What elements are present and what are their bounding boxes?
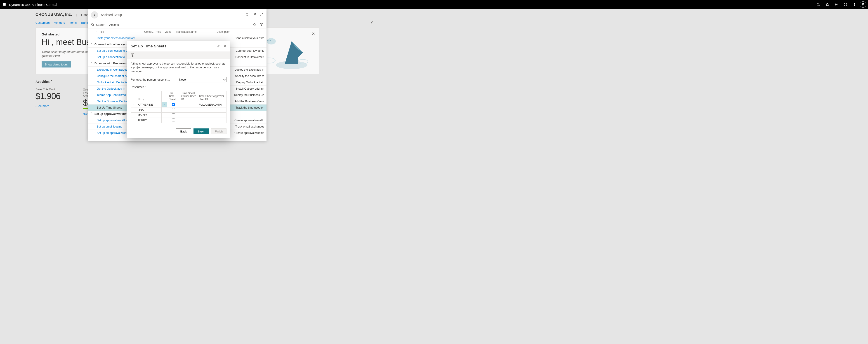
expand-icon[interactable] <box>260 13 264 17</box>
dialog-title: Set Up Time Sheets <box>131 44 166 48</box>
close-icon[interactable]: ✕ <box>223 44 226 48</box>
svg-line-1 <box>819 5 820 6</box>
kpi-sales-value[interactable]: $1,906 <box>35 92 88 101</box>
back-button[interactable]: Back <box>176 129 191 134</box>
show-demo-tours-button[interactable]: Show demo tours <box>41 61 71 68</box>
activities-header[interactable]: Activities˅ <box>35 80 88 85</box>
approver-field-label: For jobs, the person responsibl... <box>131 78 171 81</box>
use-timesheet-checkbox[interactable] <box>172 108 175 111</box>
svg-point-2 <box>845 4 846 5</box>
chevron-down-icon: ˅ <box>145 85 147 89</box>
company-name[interactable]: CRONUS USA, Inc. <box>35 12 72 17</box>
cell-owner[interactable] <box>180 113 197 118</box>
activities-section: Activities˅ Sales This Month $1,906 ›See… <box>35 80 88 108</box>
popout-icon[interactable] <box>252 13 256 17</box>
chevron-down-icon: ˅ <box>90 112 94 115</box>
cell-approver[interactable] <box>197 113 226 118</box>
table-row[interactable]: LINA <box>131 107 226 113</box>
table-row[interactable]: TERRY <box>131 118 226 123</box>
svg-point-0 <box>817 3 819 5</box>
back-button[interactable] <box>91 11 98 19</box>
svg-point-14 <box>132 54 133 56</box>
panel-title: Assisted Setup <box>101 13 122 17</box>
cell-owner[interactable] <box>180 102 197 107</box>
tab-items[interactable]: Items <box>70 21 77 24</box>
svg-point-6 <box>267 40 268 41</box>
help-icon[interactable] <box>850 0 859 9</box>
search-icon[interactable] <box>814 0 823 9</box>
use-timesheet-checkbox[interactable] <box>172 103 175 106</box>
resources-table: No. ↑ Use Time Sheet Time Sheet Owner Us… <box>131 91 226 123</box>
user-avatar[interactable]: F <box>860 1 866 8</box>
bookmark-icon[interactable] <box>245 13 249 17</box>
panel-actions-menu[interactable]: Actions <box>109 23 119 26</box>
see-more-link[interactable]: ›See more <box>35 104 88 108</box>
cell-approver[interactable]: FULLUSERADMIN <box>197 102 226 107</box>
tab-customers[interactable]: Customers <box>35 21 50 24</box>
panel-search[interactable]: Search <box>91 23 105 26</box>
cell-approver[interactable] <box>197 118 226 123</box>
app-launcher-icon[interactable] <box>0 0 9 9</box>
collapse-all-icon[interactable]: ⌃ <box>95 30 99 33</box>
dialog-toolbar <box>127 51 230 59</box>
cell-owner[interactable] <box>180 118 197 123</box>
flag-icon[interactable] <box>832 0 841 9</box>
time-sheets-dialog: Set Up Time Sheets ⤢ ✕ A time sheet appr… <box>127 41 230 138</box>
col-no[interactable]: No. ↑ <box>136 91 162 102</box>
cell-no[interactable]: KATHERINE <box>136 102 162 107</box>
cell-owner[interactable] <box>180 107 197 113</box>
filter-icon[interactable] <box>260 23 264 27</box>
share-icon[interactable] <box>252 23 256 27</box>
close-icon[interactable]: ✕ <box>312 31 315 36</box>
grid-header: ⌃ Title Compl... Help Video Translated N… <box>88 28 267 35</box>
use-timesheet-checkbox[interactable] <box>172 113 175 116</box>
kpi-sales-label: Sales This Month <box>35 88 88 91</box>
col-use[interactable]: Use Time Sheet <box>167 91 180 102</box>
chevron-down-icon: ˅ <box>51 80 52 83</box>
cell-no[interactable]: TERRY <box>136 118 162 123</box>
expand-icon[interactable]: ⤢ <box>370 20 373 24</box>
row-menu-icon[interactable]: ⋮ <box>163 103 166 106</box>
chevron-down-icon: ˅ <box>90 43 94 46</box>
table-row[interactable]: →KATHERINE⋮FULLUSERADMIN <box>131 102 226 107</box>
expand-icon[interactable]: ⤢ <box>217 44 220 48</box>
svg-point-7 <box>269 40 270 41</box>
cell-no[interactable]: LINA <box>136 107 162 113</box>
table-row[interactable]: MARTY <box>131 113 226 118</box>
approver-select[interactable]: Never <box>177 77 226 82</box>
col-owner[interactable]: Time Sheet Owner User ID <box>180 91 197 102</box>
topbar: Dynamics 365 Business Central F <box>0 0 868 9</box>
svg-point-5 <box>267 38 276 44</box>
svg-line-13 <box>93 25 94 26</box>
gear-icon[interactable] <box>841 0 850 9</box>
cell-approver[interactable] <box>197 107 226 113</box>
resources-toggle[interactable]: Resources˅ <box>131 85 226 89</box>
grid-row[interactable]: Invite your external accountantSend a li… <box>88 35 267 41</box>
use-timesheet-checkbox[interactable] <box>172 118 175 122</box>
col-approver[interactable]: Time Sheet Approver User ID <box>197 91 226 102</box>
dialog-description: A time sheet approver is the person resp… <box>131 62 226 73</box>
bell-icon[interactable] <box>823 0 832 9</box>
chevron-down-icon: ˅ <box>90 62 94 65</box>
tab-vendors[interactable]: Vendors <box>54 21 65 24</box>
finish-button: Finish <box>211 129 226 134</box>
app-title: Dynamics 365 Business Central <box>9 3 57 6</box>
cell-no[interactable]: MARTY <box>136 113 162 118</box>
svg-point-8 <box>270 40 271 41</box>
gear-icon[interactable] <box>130 53 135 58</box>
svg-point-12 <box>92 24 94 26</box>
next-button[interactable]: Next <box>193 129 209 134</box>
svg-point-3 <box>854 5 855 6</box>
